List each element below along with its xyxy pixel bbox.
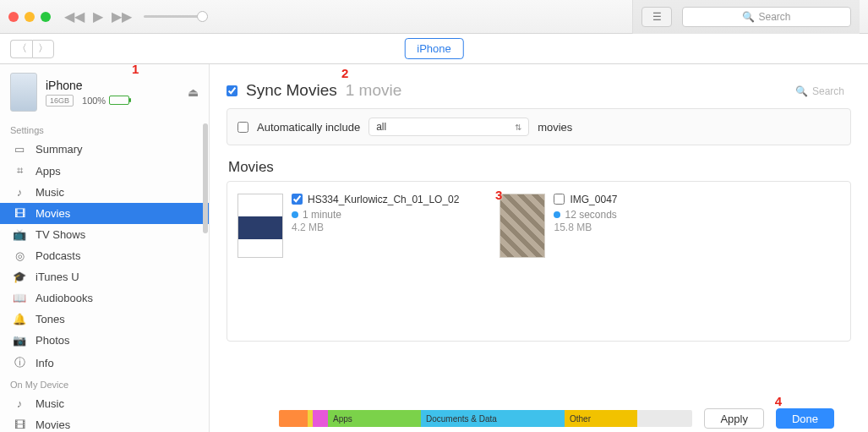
battery-text: 100% (82, 96, 106, 106)
movies-section-label: Movies (228, 159, 851, 176)
sidebar-item-tvshows[interactable]: 📺TV Shows (0, 224, 209, 245)
annotation-3: 3 (495, 188, 502, 202)
search-input[interactable]: 🔍 Search (682, 7, 851, 27)
annotation-1: 1 (132, 64, 139, 76)
search-placeholder: Search (758, 11, 790, 23)
minimize-icon[interactable] (25, 12, 35, 22)
sidebar-item-label: Info (35, 357, 54, 369)
music-icon: ♪ (12, 186, 27, 199)
sidebar-item-label: Movies (35, 207, 70, 220)
audiobook-icon: 📖 (12, 292, 27, 304)
sidebar-item-label: Summary (35, 143, 83, 156)
sidebar-item-label: Apps (35, 165, 61, 178)
sync-movies-checkbox[interactable] (227, 85, 237, 96)
volume-knob-icon[interactable] (197, 11, 208, 22)
device-thumbnail-icon (10, 73, 37, 112)
on-device-movies[interactable]: 🎞Movies (0, 414, 209, 432)
sidebar-item-info[interactable]: ⓘInfo (0, 351, 209, 375)
prev-track-icon[interactable]: ◀◀ (64, 8, 85, 25)
sidebar-item-label: TV Shows (35, 228, 85, 241)
movie-size: 15.8 MB (554, 221, 617, 233)
bottom-bar: Apps Documents & Data Other Apply Done (243, 408, 834, 429)
apply-button[interactable]: Apply (704, 408, 764, 429)
sidebar-item-podcasts[interactable]: ◎Podcasts (0, 245, 209, 266)
eject-icon[interactable]: ⏏ (188, 85, 199, 99)
apps-icon: ⌗ (12, 164, 27, 178)
auto-include-row: Automatically include all ⇅ movies (227, 108, 851, 145)
device-tab[interactable]: iPhone (404, 38, 463, 59)
tv-icon: 📺 (12, 228, 27, 241)
sidebar-item-summary[interactable]: ▭Summary (0, 139, 209, 160)
movie-duration: 1 minute (303, 209, 341, 221)
storage-seg-audio (279, 410, 308, 427)
sidebar-item-tones[interactable]: 🔔Tones (0, 309, 209, 330)
window-controls (8, 12, 51, 22)
nav-back-forward: 〈 〉 (10, 40, 54, 58)
settings-section-label: Settings (0, 120, 209, 139)
storage-bar: Apps Documents & Data Other (279, 410, 692, 427)
storage-seg-free (637, 410, 692, 427)
device-header[interactable]: iPhone 16GB 100% ⏏ (0, 64, 209, 120)
sidebar-item-label: Tones (35, 313, 65, 325)
select-value: all (376, 121, 386, 133)
sync-title: Sync Movies (246, 81, 337, 100)
volume-slider[interactable] (144, 15, 203, 18)
movie-title: IMG_0047 (570, 194, 617, 205)
sidebar-item-audiobooks[interactable]: 📖Audiobooks (0, 287, 209, 309)
auto-include-select[interactable]: all ⇅ (368, 118, 529, 136)
done-button[interactable]: Done (776, 408, 834, 429)
close-icon[interactable] (8, 12, 19, 22)
list-view-button[interactable]: ☰ (641, 7, 672, 27)
tones-icon: 🔔 (12, 313, 27, 325)
movie-item[interactable]: IMG_0047 12 seconds 15.8 MB (500, 194, 617, 307)
sidebar-item-apps[interactable]: ⌗Apps (0, 160, 209, 182)
auto-include-checkbox[interactable] (237, 122, 248, 133)
unwatched-dot-icon (292, 211, 298, 218)
movie-checkbox[interactable] (554, 194, 565, 205)
play-icon[interactable]: ▶ (93, 8, 103, 25)
content-search[interactable]: 🔍 Search (789, 83, 851, 100)
movie-size: 4.2 MB (292, 221, 459, 233)
sidebar: iPhone 16GB 100% ⏏ Settings ▭Summary ⌗Ap… (0, 64, 210, 432)
unwatched-dot-icon (554, 211, 560, 218)
sync-header: Sync Movies 1 movie 2 🔍 Search (227, 81, 851, 100)
scrollbar-thumb[interactable] (203, 123, 208, 233)
movie-thumbnail (237, 194, 283, 258)
device-name: iPhone (46, 79, 179, 92)
movies-icon: 🎞 (12, 207, 27, 220)
itunesu-icon: 🎓 (12, 271, 27, 283)
playback-controls: ◀◀ ▶ ▶▶ (64, 8, 132, 25)
annotation-2: 2 (341, 66, 348, 80)
next-track-icon[interactable]: ▶▶ (112, 8, 132, 25)
on-device-music[interactable]: ♪Music (0, 393, 209, 414)
storage-seg-docs: Documents & Data (421, 410, 565, 427)
sidebar-item-label: Movies (35, 418, 70, 431)
zoom-icon[interactable] (41, 12, 51, 22)
titlebar: ◀◀ ▶ ▶▶ ☰ 🔍 Search (0, 0, 868, 34)
info-icon: ⓘ (12, 355, 27, 370)
movie-duration: 12 seconds (565, 209, 616, 221)
sidebar-item-itunesu[interactable]: 🎓iTunes U (0, 266, 209, 287)
search-placeholder: Search (812, 85, 844, 97)
sidebar-item-label: Music (35, 397, 64, 410)
sidebar-item-photos[interactable]: 📷Photos (0, 330, 209, 351)
movie-title: HS334_Kurlowicz_Ch_01_LO_02 (308, 194, 459, 205)
photos-icon: 📷 (12, 334, 27, 347)
storage-seg-apps: Apps (328, 410, 421, 427)
storage-seg-other: Other (565, 410, 637, 427)
movie-item[interactable]: HS334_Kurlowicz_Ch_01_LO_02 1 minute 4.2… (237, 194, 459, 307)
sync-count: 1 movie (346, 81, 402, 100)
search-icon: 🔍 (795, 85, 808, 97)
movies-icon: 🎞 (12, 418, 27, 431)
auto-include-suffix: movies (538, 121, 572, 134)
back-button[interactable]: 〈 (10, 40, 32, 58)
movie-checkbox[interactable] (292, 194, 303, 205)
sub-toolbar: 〈 〉 iPhone (0, 34, 868, 64)
movies-list: HS334_Kurlowicz_Ch_01_LO_02 1 minute 4.2… (227, 181, 851, 342)
capacity-badge: 16GB (46, 95, 74, 107)
sidebar-item-music[interactable]: ♪Music (0, 182, 209, 203)
forward-button[interactable]: 〉 (32, 40, 54, 58)
podcast-icon: ◎ (12, 249, 27, 262)
sidebar-item-label: Music (35, 186, 64, 199)
sidebar-item-movies[interactable]: 🎞Movies 1 (0, 203, 209, 224)
